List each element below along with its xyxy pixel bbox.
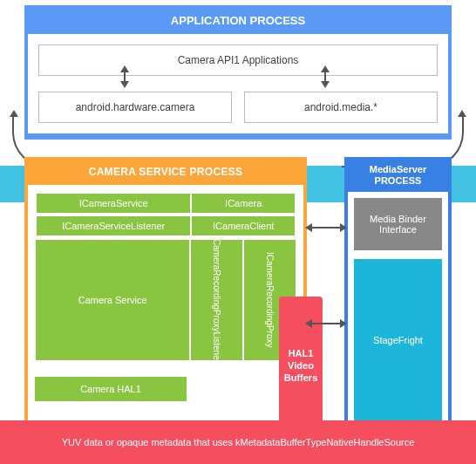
icameraservicelistener-cell: ICameraServiceListener bbox=[36, 215, 191, 236]
irecording-proxy-listener-cell: ICameraRecordingProxyListener bbox=[190, 239, 243, 361]
icamera-cell: ICamera bbox=[191, 193, 296, 214]
hal1-video-buffers-box: HAL1 Video Buffers bbox=[279, 297, 323, 434]
media-binder-interface-box: Media Binder Interface bbox=[354, 198, 442, 250]
camera-service-process-block: CAMERA SERVICE PROCESS ICameraService IC… bbox=[24, 157, 307, 433]
camera-service-cell: Camera Service bbox=[35, 239, 190, 361]
mediaserver-process-title: MediaServer PROCESS bbox=[348, 160, 448, 192]
yuv-note-banner: YUV data or opaque metadata that uses kM… bbox=[0, 420, 476, 464]
camera-hal1-box: Camera HAL1 bbox=[35, 377, 187, 401]
arrow-icon bbox=[324, 71, 326, 83]
icameraclient-cell: ICameraClient bbox=[191, 215, 296, 236]
stagefright-box: StageFright bbox=[354, 259, 442, 421]
camera-service-process-inner: ICameraService ICamera ICameraServiceLis… bbox=[28, 185, 303, 424]
arrow-icon bbox=[124, 71, 126, 83]
application-process-title: APPLICATION PROCESS bbox=[28, 9, 448, 34]
mediaserver-process-inner: Media Binder Interface StageFright bbox=[348, 192, 448, 427]
camera-service-process-title: CAMERA SERVICE PROCESS bbox=[28, 160, 303, 185]
camera-api1-applications-box: Camera API1 Applications bbox=[38, 44, 438, 76]
arrow-icon bbox=[310, 227, 342, 229]
arrow-icon bbox=[310, 323, 342, 324]
mediaserver-process-block: MediaServer PROCESS Media Binder Interfa… bbox=[344, 157, 452, 433]
icameraservice-cell: ICameraService bbox=[36, 193, 191, 214]
